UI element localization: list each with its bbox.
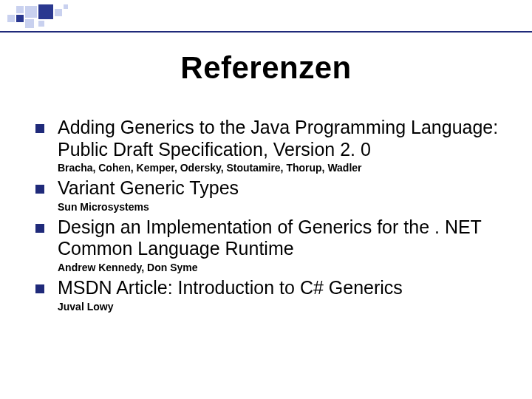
decorative-squares — [7, 4, 89, 30]
reference-authors: Andrew Kennedy, Don Syme — [58, 261, 511, 274]
reference-title: Variant Generic Types — [58, 177, 511, 200]
reference-list: Adding Generics to the Java Programming … — [35, 117, 511, 316]
bullet-icon — [35, 284, 44, 293]
list-item: MSDN Article: Introduction to C# Generic… — [35, 277, 511, 313]
reference-authors: Bracha, Cohen, Kemper, Odersky, Stoutami… — [58, 161, 511, 174]
slide-title: Referenzen — [0, 50, 532, 86]
reference-title: Adding Generics to the Java Programming … — [58, 117, 511, 160]
reference-authors: Sun Microsystems — [58, 200, 511, 214]
bullet-icon — [35, 185, 44, 194]
bullet-icon — [35, 124, 44, 133]
list-item: Design an Implementation of Generics for… — [35, 216, 511, 274]
reference-title: MSDN Article: Introduction to C# Generic… — [58, 277, 511, 299]
list-item: Variant Generic Types Sun Microsystems — [35, 177, 511, 214]
slide-top-border — [0, 0, 532, 33]
list-item: Adding Generics to the Java Programming … — [35, 117, 511, 174]
reference-title: Design an Implementation of Generics for… — [58, 216, 511, 260]
bullet-icon — [35, 224, 44, 233]
reference-authors: Juval Lowy — [58, 300, 511, 313]
